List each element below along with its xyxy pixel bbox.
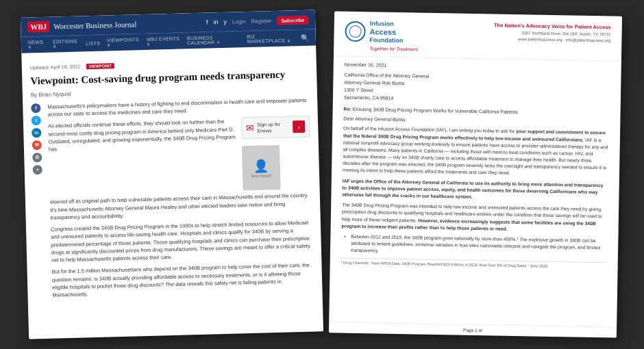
re-text: Ensuring 340B Drug Pricing Program Works… bbox=[353, 106, 518, 114]
wbj-journal-name: Worcester Business Journal bbox=[53, 20, 137, 30]
nav-editions[interactable]: EDITIONS ∨ bbox=[53, 38, 79, 49]
para-2-start: As elected officials continue these effo… bbox=[48, 118, 238, 153]
register-link[interactable]: Register bbox=[251, 18, 271, 25]
author-photo-caption: Brian Nyquist bbox=[251, 173, 272, 178]
login-link[interactable]: Login bbox=[232, 18, 246, 25]
iaf-address-line2: www.patientsaccess.org · info@patientsac… bbox=[494, 36, 611, 44]
signup-arrow[interactable]: › bbox=[293, 120, 305, 133]
iaf-header-right: The Nation's Advocacy Voice for Patient … bbox=[494, 22, 611, 44]
iaf-logo: Infusion Access Foundation Together for … bbox=[345, 20, 419, 52]
wbj-badge: WBJ bbox=[27, 21, 49, 33]
letter-re: Re: Ensuring 340B Drug Pricing Program W… bbox=[344, 105, 610, 117]
iaf-circle-logo bbox=[345, 21, 366, 42]
author-photo: 👤 Brian Nyquist bbox=[242, 145, 281, 190]
nav-lists[interactable]: LISTS bbox=[86, 41, 100, 47]
subscribe-button[interactable]: Subscribe bbox=[277, 15, 308, 25]
linkedin-share-icon[interactable]: in bbox=[32, 128, 41, 138]
letter-salutation: Dear Attorney General Bonta: bbox=[343, 116, 609, 126]
more-share-icon[interactable]: + bbox=[33, 165, 42, 174]
facebook-share-icon[interactable]: f bbox=[31, 103, 40, 113]
letter-card: Infusion Access Foundation Together for … bbox=[329, 11, 622, 337]
iaf-access-text: Access bbox=[369, 27, 403, 37]
para-4: But for the 1.5 million Massachusettans … bbox=[52, 261, 314, 299]
nav-calendar[interactable]: BUSINESS CALENDAR ∨ bbox=[187, 34, 240, 46]
news-article-card: WBJ Worcester Business Journal f in y Lo… bbox=[21, 10, 323, 339]
letter-para3: The 340B Drug Pricing Program was intend… bbox=[342, 202, 608, 235]
nav-marketplace[interactable]: BIZ MARKETPLACE ∨ bbox=[247, 33, 294, 44]
facebook-icon[interactable]: f bbox=[206, 19, 208, 26]
twitter-share-icon[interactable]: t bbox=[32, 116, 41, 125]
para-3: Congress created the 340B Drug Pricing P… bbox=[51, 219, 313, 264]
social-sidebar: f t in ✉ ⎙ + bbox=[31, 103, 46, 304]
letter-body: November 16, 2021 California Office of t… bbox=[329, 56, 621, 326]
letter-date: November 16, 2021 bbox=[345, 62, 610, 71]
letter-bullet: Between 2012 and 2019, the 340B program … bbox=[351, 233, 607, 259]
letter-para1: On behalf of the Infusion Access Foundat… bbox=[343, 125, 609, 179]
iaf-advocacy-title: The Nation's Advocacy Voice for Patient … bbox=[494, 22, 611, 30]
search-icon[interactable]: 🔍 bbox=[301, 34, 309, 42]
letter-to: California Office of the Attorney Genera… bbox=[344, 70, 610, 106]
twitter-icon[interactable]: y bbox=[223, 18, 227, 25]
letter-header: Infusion Access Foundation Together for … bbox=[334, 11, 622, 61]
iaf-foundation-text: Foundation bbox=[369, 36, 403, 44]
main-container: WBJ Worcester Business Journal f in y Lo… bbox=[0, 0, 644, 349]
signup-text: Sign up forEnews bbox=[257, 121, 280, 134]
re-label: Re: bbox=[344, 106, 353, 111]
para-2-end: steered off its original path to help vu… bbox=[50, 192, 312, 222]
nav-viewpoints[interactable]: VIEWPOINTS ∨ bbox=[107, 37, 140, 48]
letter-para2: IAF urges the Office of the Attorney Gen… bbox=[342, 177, 608, 203]
wbj-logo: WBJ Worcester Business Journal bbox=[27, 18, 137, 32]
print-share-icon[interactable]: ⎙ bbox=[32, 153, 42, 162]
letter-footnote: ¹ Drug Channels: "New HRSA Data: 340B Pr… bbox=[341, 257, 607, 269]
article-body: Updated: April 18, 2022 VIEWPOINT Viewpo… bbox=[21, 45, 323, 339]
letter-para2-bold: IAF urges the Office of the Attorney Gen… bbox=[342, 178, 603, 199]
linkedin-icon[interactable]: in bbox=[213, 18, 218, 25]
nav-news[interactable]: NEWS ∨ bbox=[28, 40, 47, 51]
wbj-header-right: f in y Login Register Subscribe bbox=[206, 15, 309, 27]
iaf-tagline: Together for Treatment bbox=[369, 46, 418, 51]
nav-events[interactable]: WBJ EVENTS ∨ bbox=[147, 36, 180, 47]
article-first-para: Massachusetts's policymakers have a hist… bbox=[47, 96, 314, 303]
email-share-icon[interactable]: ✉ bbox=[32, 140, 42, 150]
viewpoint-badge: VIEWPOINT bbox=[86, 63, 114, 69]
article-date: Updated: April 18, 2022 bbox=[30, 64, 80, 70]
iaf-infusion-text: Infusion bbox=[370, 20, 404, 28]
iaf-name-block: Infusion Access Foundation bbox=[369, 20, 404, 44]
iaf-logo-row: Infusion Access Foundation bbox=[345, 20, 404, 44]
para-1: Massachusetts's policymakers have a hist… bbox=[47, 96, 309, 118]
iaf-circle-inner bbox=[349, 25, 361, 38]
signup-box[interactable]: ✉ Sign up forEnews › bbox=[241, 116, 310, 140]
